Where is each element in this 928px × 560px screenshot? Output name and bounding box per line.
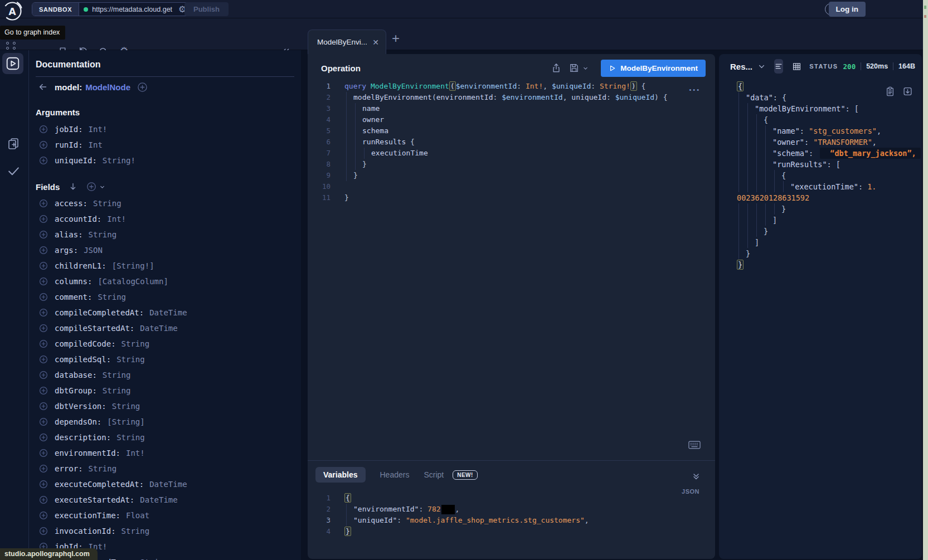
- code-line[interactable]: 0023620128631592: [719, 192, 922, 203]
- add-to-operation-icon[interactable]: [39, 293, 48, 301]
- field-type[interactable]: String: [122, 339, 150, 348]
- field-name[interactable]: database:: [55, 371, 97, 379]
- share-operation-icon[interactable]: [551, 63, 561, 73]
- field-name[interactable]: dbtGroup:: [55, 386, 97, 395]
- code-line[interactable]: 7executionTime: [308, 148, 715, 159]
- operation-editor[interactable]: 1query ModelByEnvironment($environmentId…: [308, 81, 715, 203]
- apollo-logo[interactable]: A: [2, 1, 23, 22]
- add-field-icon[interactable]: [137, 82, 148, 92]
- field-name[interactable]: compiledCode:: [55, 339, 116, 348]
- publish-button[interactable]: Publish: [184, 2, 229, 16]
- field-name[interactable]: invocationId:: [55, 527, 116, 535]
- code-line[interactable]: 1query ModelByEnvironment($environmentId…: [308, 81, 715, 92]
- code-line[interactable]: 1{: [308, 493, 715, 504]
- code-line[interactable]: 4owner: [308, 114, 715, 125]
- code-line[interactable]: ]: [719, 215, 922, 226]
- sandbox-chip[interactable]: SANDBOX: [32, 3, 79, 16]
- field-type[interactable]: DateTime: [149, 308, 187, 317]
- field-type[interactable]: DateTime: [140, 324, 177, 333]
- window-edge-scrollbar[interactable]: [923, 0, 928, 560]
- tab-close-icon[interactable]: ✕: [372, 38, 379, 47]
- add-to-operation-icon[interactable]: [39, 433, 48, 442]
- login-button[interactable]: Log in: [829, 2, 866, 17]
- field-name[interactable]: args:: [55, 246, 78, 255]
- field-name[interactable]: accountId:: [55, 215, 101, 223]
- field-type[interactable]: [CatalogColumn]: [98, 277, 168, 286]
- add-to-operation-icon[interactable]: [39, 277, 48, 286]
- field-name[interactable]: compileCompletedAt:: [55, 308, 144, 317]
- field-type[interactable]: [String]: [107, 417, 144, 426]
- add-to-operation-icon[interactable]: [39, 386, 48, 395]
- add-to-operation-icon[interactable]: [39, 449, 48, 457]
- field-name[interactable]: comment:: [55, 293, 92, 301]
- field-name[interactable]: executeCompletedAt:: [55, 480, 144, 489]
- code-line[interactable]: "executionTime": 1.: [719, 181, 922, 192]
- code-line[interactable]: 2modelByEnvironment(environmentId: $envi…: [308, 92, 715, 103]
- field-name[interactable]: executeStartedAt:: [55, 495, 134, 504]
- response-format-json-icon[interactable]: [774, 59, 783, 74]
- add-to-operation-icon[interactable]: [39, 261, 48, 270]
- add-to-operation-icon[interactable]: [39, 480, 48, 489]
- tab-headers[interactable]: Headers: [380, 470, 410, 479]
- field-type[interactable]: JSON: [84, 246, 103, 255]
- response-dropdown-chevron-icon[interactable]: [758, 63, 765, 70]
- code-line[interactable]: {: [719, 114, 922, 125]
- code-line[interactable]: 2"environmentId": 782,: [308, 504, 715, 515]
- code-line[interactable]: 3name: [308, 103, 715, 114]
- graph-index-icon[interactable]: [6, 42, 17, 50]
- field-type[interactable]: String: [140, 558, 168, 560]
- field-type[interactable]: Int!: [126, 449, 145, 457]
- add-to-operation-icon[interactable]: [39, 199, 48, 208]
- code-line[interactable]: "modelByEnvironment": [: [719, 103, 922, 114]
- field-type[interactable]: String: [98, 293, 126, 301]
- field-name[interactable]: alias:: [55, 230, 83, 239]
- add-to-operation-icon[interactable]: [39, 527, 48, 535]
- code-line[interactable]: "schema": “dbt_mary_jackson”,: [719, 148, 922, 159]
- add-to-operation-icon[interactable]: [39, 308, 48, 317]
- response-json-viewer[interactable]: {"data": {"modelByEnvironment": [{"name"…: [719, 81, 922, 270]
- code-line[interactable]: "data": {: [719, 92, 922, 103]
- field-name[interactable]: childrenL1:: [55, 261, 106, 270]
- field-type[interactable]: String: [116, 355, 145, 364]
- code-line[interactable]: }: [719, 203, 922, 215]
- sidebar-item-operations[interactable]: [2, 53, 23, 74]
- code-line[interactable]: 4}: [308, 526, 715, 537]
- add-to-operation-icon[interactable]: [39, 339, 48, 348]
- tab-script[interactable]: Script: [424, 470, 444, 479]
- field-name[interactable]: executionTime:: [55, 511, 120, 520]
- run-operation-button[interactable]: ModelByEnvironment: [601, 60, 706, 77]
- code-line[interactable]: 10: [308, 181, 715, 192]
- field-type[interactable]: String: [89, 464, 117, 473]
- add-to-operation-icon[interactable]: [39, 464, 48, 473]
- field-name[interactable]: dbtVersion:: [55, 402, 106, 411]
- code-line[interactable]: }: [719, 248, 922, 259]
- field-type[interactable]: [String!]: [112, 261, 154, 270]
- add-to-operation-icon[interactable]: [39, 140, 48, 149]
- collapse-variables-icon[interactable]: [692, 472, 701, 481]
- field-name[interactable]: runId:: [55, 140, 83, 149]
- keyboard-shortcuts-icon[interactable]: [688, 441, 701, 449]
- add-to-operation-icon[interactable]: [39, 495, 48, 504]
- tab-modelbyenvironment[interactable]: ModelByEnvi... ✕: [308, 30, 386, 54]
- code-line[interactable]: "owner": "TRANSFORMER",: [719, 137, 922, 148]
- field-type[interactable]: String: [93, 199, 122, 208]
- save-operation-icon[interactable]: [569, 63, 589, 73]
- doc-field-type-link[interactable]: ModelNode: [85, 82, 130, 92]
- endpoint-url-text[interactable]: https://metadata.cloud.get: [92, 6, 174, 13]
- field-name[interactable]: dependsOn:: [55, 417, 101, 426]
- field-type[interactable]: Int!: [89, 125, 108, 134]
- add-to-operation-icon[interactable]: [39, 417, 48, 426]
- sidebar-item-schema[interactable]: [6, 137, 21, 151]
- field-name[interactable]: error:: [55, 464, 83, 473]
- field-type[interactable]: String: [122, 527, 150, 535]
- field-type[interactable]: String: [112, 402, 140, 411]
- code-line[interactable]: 11}: [308, 192, 715, 203]
- add-to-operation-icon[interactable]: [39, 156, 48, 165]
- tab-variables[interactable]: Variables: [315, 467, 366, 483]
- add-to-operation-icon[interactable]: [39, 511, 48, 520]
- field-type[interactable]: Int: [89, 140, 103, 149]
- field-name[interactable]: columns:: [55, 277, 92, 286]
- endpoint-url-field[interactable]: https://metadata.cloud.get ⚙: [79, 3, 191, 16]
- field-name[interactable]: uniqueId:: [55, 156, 97, 165]
- code-line[interactable]: ]: [719, 237, 922, 248]
